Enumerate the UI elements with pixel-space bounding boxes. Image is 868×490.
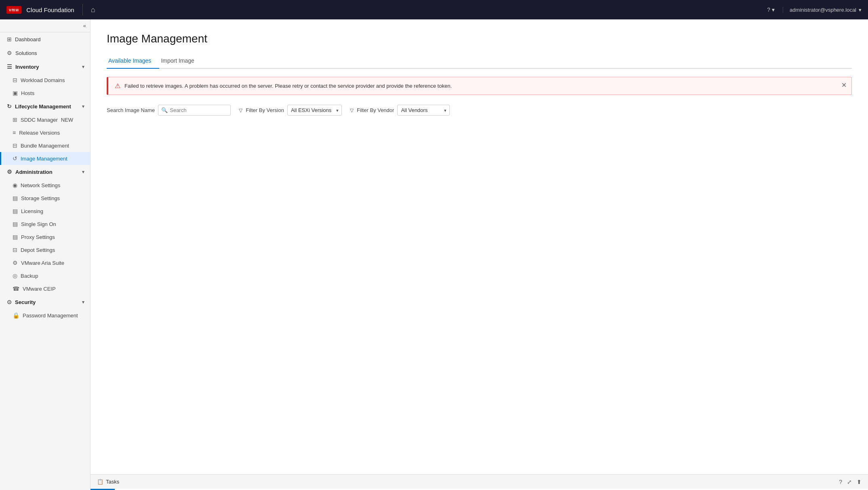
sidebar-label-solutions: Solutions <box>15 50 37 56</box>
filters-row: Search Image Name 🔍 ▽ Filter By Version … <box>107 105 852 116</box>
vendor-filter-select[interactable]: All Vendors <box>397 105 450 116</box>
sidebar-item-storage-settings[interactable]: ▤ Storage Settings <box>0 192 90 205</box>
collapse-sidebar-button[interactable]: « <box>0 19 90 32</box>
sddc-manager-icon: ⊞ <box>13 116 17 123</box>
hosts-icon: ▣ <box>13 90 18 96</box>
workload-domains-icon: ⊟ <box>13 77 17 83</box>
depot-settings-icon: ⊟ <box>13 247 17 253</box>
backup-icon: ◎ <box>13 272 17 279</box>
administration-icon: ⚙ <box>7 169 12 175</box>
user-email: administrator@vsphere.local <box>790 7 856 13</box>
sidebar-item-sddc-manager[interactable]: ⊞ SDDC Manager NEW <box>0 113 90 126</box>
sidebar-label-sddc-manager: SDDC Manager <box>21 117 58 123</box>
inventory-icon: ☰ <box>7 63 12 70</box>
sidebar-item-dashboard[interactable]: ⊞ Dashboard <box>0 32 90 46</box>
network-settings-icon: ◉ <box>13 182 17 188</box>
sidebar-item-backup[interactable]: ◎ Backup <box>0 269 90 282</box>
help-icon: ? <box>767 6 770 13</box>
brand-name: Cloud Foundation <box>26 6 74 13</box>
sidebar-item-network-settings[interactable]: ◉ Network Settings <box>0 179 90 192</box>
sidebar-item-depot-settings[interactable]: ⊟ Depot Settings <box>0 243 90 256</box>
sidebar-label-depot-settings: Depot Settings <box>21 247 55 253</box>
version-filter-label: Filter By Version <box>246 107 284 113</box>
sddc-new-badge: NEW <box>61 117 73 123</box>
sidebar-label-release-versions: Release Versions <box>19 130 60 136</box>
tab-import-image[interactable]: Import Image <box>159 53 202 69</box>
tab-available-images[interactable]: Available Images <box>107 53 159 69</box>
sidebar-section-inventory[interactable]: ☰ Inventory ▾ <box>0 60 90 74</box>
sidebar-label-proxy-settings: Proxy Settings <box>21 234 55 240</box>
inventory-expand-icon: ▾ <box>82 64 84 70</box>
sidebar-label-vmware-ceip: VMware CEIP <box>23 286 56 292</box>
search-input[interactable] <box>158 105 231 116</box>
main-layout: « ⊞ Dashboard ⚙ Solutions ☰ Inventory ▾ … <box>0 19 868 490</box>
bottombar-actions: ? ⤢ ⬆ <box>839 479 862 485</box>
tasks-label: Tasks <box>106 479 119 485</box>
tasks-button[interactable]: 📋 Tasks <box>97 479 119 485</box>
bundle-management-icon: ⊟ <box>13 142 17 149</box>
version-filter-select[interactable]: All ESXi Versions <box>287 105 342 116</box>
sidebar-label-network-settings: Network Settings <box>21 182 60 188</box>
storage-settings-icon: ▤ <box>13 195 18 201</box>
sso-icon: ▤ <box>13 221 18 227</box>
sidebar-item-vmware-ceip[interactable]: ☎ VMware CEIP <box>0 282 90 295</box>
bottombar-expand-icon[interactable]: ⤢ <box>847 479 852 485</box>
sidebar-item-workload-domains[interactable]: ⊟ Workload Domains <box>0 74 90 87</box>
sidebar-label-administration: Administration <box>15 169 53 175</box>
sidebar-section-lifecycle[interactable]: ↻ Lifecycle Management ▾ <box>0 99 90 113</box>
user-menu[interactable]: administrator@vsphere.local ▾ <box>783 7 862 13</box>
sidebar-label-licensing: Licensing <box>21 208 43 214</box>
help-button[interactable]: ? ▾ <box>767 6 775 13</box>
sidebar-item-password-management[interactable]: 🔒 Password Management <box>0 309 90 322</box>
help-chevron-icon: ▾ <box>772 6 775 13</box>
error-icon: ⚠ <box>115 82 120 90</box>
sidebar-label-vmware-aria-suite: VMware Aria Suite <box>21 260 64 266</box>
lifecycle-icon: ↻ <box>7 103 12 110</box>
sidebar-label-security: Security <box>15 299 36 305</box>
home-icon[interactable]: ⌂ <box>91 6 95 14</box>
sidebar-label-storage-settings: Storage Settings <box>21 195 60 201</box>
sidebar-item-single-sign-on[interactable]: ▤ Single Sign On <box>0 218 90 230</box>
sidebar-item-proxy-settings[interactable]: ▤ Proxy Settings <box>0 230 90 243</box>
vendor-filter-icon: ▽ <box>350 108 354 113</box>
sidebar-section-administration[interactable]: ⚙ Administration ▾ <box>0 165 90 179</box>
sidebar-label-lifecycle: Lifecycle Management <box>15 103 71 110</box>
content-area: Image Management Available Images Import… <box>91 19 868 490</box>
version-filter-icon: ▽ <box>239 108 242 113</box>
sidebar-label-image-management: Image Management <box>21 156 67 162</box>
sidebar-section-security[interactable]: ⊙ Security ▾ <box>0 295 90 309</box>
administration-expand-icon: ▾ <box>82 169 84 175</box>
sidebar-item-release-versions[interactable]: ≡ Release Versions <box>0 126 90 139</box>
sidebar-label-hosts: Hosts <box>21 90 34 96</box>
sidebar-item-solutions[interactable]: ⚙ Solutions <box>0 46 90 60</box>
version-filter-group: ▽ Filter By Version All ESXi Versions <box>239 105 342 116</box>
vmw-logo: vmw <box>6 6 21 14</box>
sidebar-scroll: ⊞ Dashboard ⚙ Solutions ☰ Inventory ▾ ⊟ … <box>0 32 90 490</box>
sidebar-item-image-management[interactable]: ↺ Image Management <box>0 152 90 165</box>
content-scroll: Image Management Available Images Import… <box>91 19 868 474</box>
dashboard-icon: ⊞ <box>7 36 12 42</box>
vmware-aria-suite-icon: ⚙ <box>13 260 18 266</box>
sidebar-item-vmware-aria-suite[interactable]: ⚙ VMware Aria Suite <box>0 256 90 269</box>
collapse-icon: « <box>83 23 86 29</box>
sidebar-label-password-management: Password Management <box>23 313 78 319</box>
sidebar-label-workload-domains: Workload Domains <box>21 77 65 83</box>
error-banner: ⚠ Failed to retrieve images. A problem h… <box>107 77 852 95</box>
tabs-bar: Available Images Import Image <box>107 53 852 69</box>
bottombar: 📋 Tasks ? ⤢ ⬆ <box>91 474 868 489</box>
topbar-divider <box>82 4 83 15</box>
image-management-icon: ↺ <box>13 155 17 162</box>
close-error-button[interactable]: ✕ <box>841 81 847 89</box>
bottombar-collapse-icon[interactable]: ⬆ <box>857 479 862 485</box>
sidebar-item-licensing[interactable]: ▤ Licensing <box>0 205 90 218</box>
search-filter-group: Search Image Name 🔍 <box>107 105 231 116</box>
password-management-icon: 🔒 <box>13 312 19 319</box>
bottombar-help-icon[interactable]: ? <box>839 479 842 485</box>
sidebar-item-bundle-management[interactable]: ⊟ Bundle Management <box>0 139 90 152</box>
sidebar-label-dashboard: Dashboard <box>15 36 41 42</box>
vendor-filter-label: Filter By Vendor <box>357 107 394 113</box>
sidebar-item-hosts[interactable]: ▣ Hosts <box>0 87 90 99</box>
sidebar-label-backup: Backup <box>21 273 38 279</box>
sidebar: « ⊞ Dashboard ⚙ Solutions ☰ Inventory ▾ … <box>0 19 91 490</box>
search-label: Search Image Name <box>107 107 155 113</box>
